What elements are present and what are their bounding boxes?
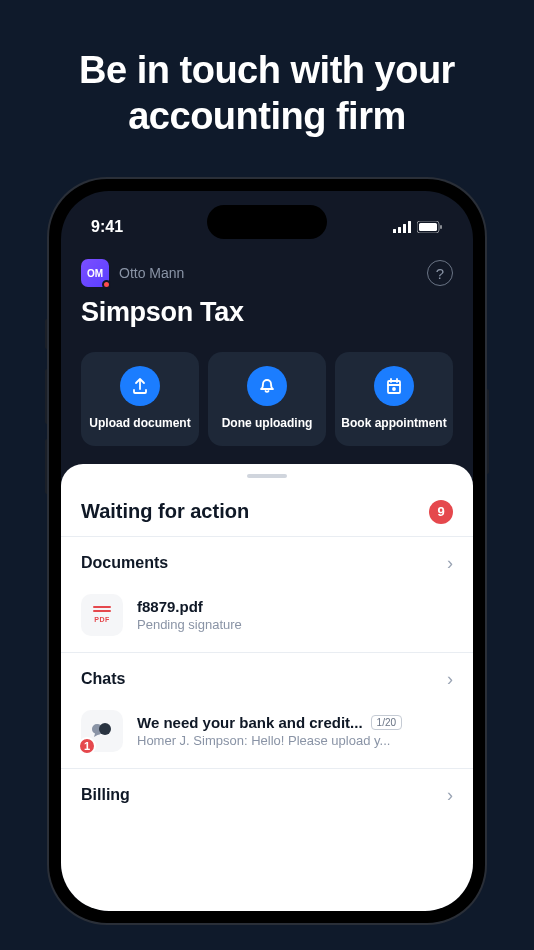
content-sheet: Waiting for action 9 Documents › PDF xyxy=(61,464,473,911)
notification-dot xyxy=(102,280,111,289)
svg-rect-0 xyxy=(393,229,396,233)
documents-section-header[interactable]: Documents › xyxy=(61,537,473,586)
pdf-file-icon: PDF xyxy=(81,594,123,636)
dynamic-island xyxy=(207,205,327,239)
document-status: Pending signature xyxy=(137,617,453,632)
cellular-signal-icon xyxy=(393,221,411,233)
chat-bubble-icon: 1 xyxy=(81,710,123,752)
svg-rect-2 xyxy=(403,224,406,233)
bell-icon xyxy=(258,377,276,395)
book-appointment-button[interactable]: Book appointment xyxy=(335,352,453,446)
billing-section-header[interactable]: Billing › xyxy=(61,769,473,818)
status-time: 9:41 xyxy=(91,218,123,236)
svg-rect-7 xyxy=(388,381,400,393)
calendar-icon xyxy=(385,377,403,395)
user-name: Otto Mann xyxy=(119,265,417,281)
svg-rect-6 xyxy=(440,225,442,229)
chat-unread-badge: 1 xyxy=(78,737,96,755)
battery-icon xyxy=(417,221,443,233)
svg-point-9 xyxy=(99,723,111,735)
documents-title: Documents xyxy=(81,554,168,572)
waiting-count-badge: 9 xyxy=(429,500,453,524)
drag-handle[interactable] xyxy=(247,474,287,478)
phone-mockup: 9:41 OM Otto Mann ? Simpson Tax xyxy=(49,179,485,923)
waiting-for-action-title: Waiting for action xyxy=(81,500,249,523)
chats-title: Chats xyxy=(81,670,125,688)
action-label: Done uploading xyxy=(222,416,313,432)
upload-icon xyxy=(131,377,149,395)
chevron-right-icon: › xyxy=(447,669,453,690)
avatar-initials: OM xyxy=(87,268,103,279)
svg-rect-3 xyxy=(408,221,411,233)
marketing-headline: Be in touch with your accounting firm xyxy=(0,0,534,179)
document-name: f8879.pdf xyxy=(137,598,453,615)
action-label: Book appointment xyxy=(341,416,446,432)
chevron-right-icon: › xyxy=(447,553,453,574)
svg-rect-5 xyxy=(419,223,437,231)
chat-title: We need your bank and credit... xyxy=(137,714,363,731)
svg-point-8 xyxy=(393,388,395,390)
avatar[interactable]: OM xyxy=(81,259,109,287)
chats-section-header[interactable]: Chats › xyxy=(61,653,473,702)
document-item[interactable]: PDF f8879.pdf Pending signature xyxy=(61,586,473,652)
svg-rect-1 xyxy=(398,227,401,233)
chat-progress-tag: 1/20 xyxy=(371,715,402,730)
chevron-right-icon: › xyxy=(447,785,453,806)
page-title: Simpson Tax xyxy=(81,297,453,328)
help-button[interactable]: ? xyxy=(427,260,453,286)
billing-title: Billing xyxy=(81,786,130,804)
power-button xyxy=(485,389,489,474)
action-label: Upload document xyxy=(89,416,190,432)
upload-document-button[interactable]: Upload document xyxy=(81,352,199,446)
chat-item[interactable]: 1 We need your bank and credit... 1/20 H… xyxy=(61,702,473,768)
done-uploading-button[interactable]: Done uploading xyxy=(208,352,326,446)
chat-preview: Homer J. Simpson: Hello! Please upload y… xyxy=(137,733,453,748)
